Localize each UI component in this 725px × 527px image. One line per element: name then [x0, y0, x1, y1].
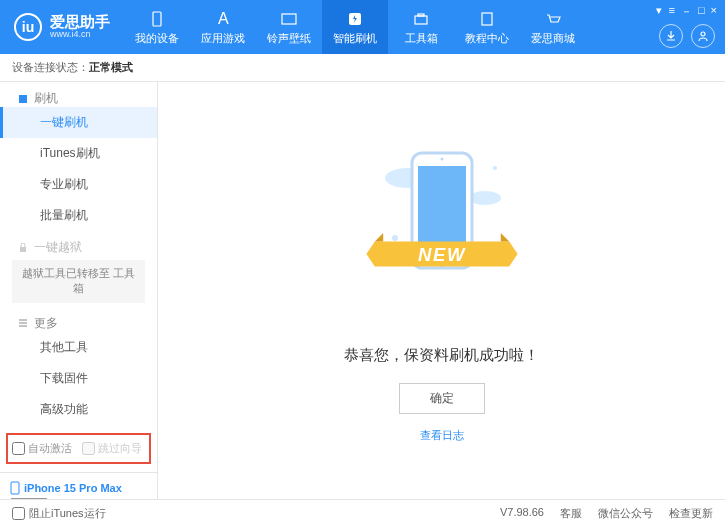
nav-my-device[interactable]: 我的设备: [124, 0, 190, 54]
user-button[interactable]: [691, 24, 715, 48]
block-itunes-checkbox[interactable]: 阻止iTunes运行: [12, 506, 106, 521]
jailbreak-note: 越狱工具已转移至 工具箱: [12, 260, 145, 303]
nav-tutorials[interactable]: 教程中心: [454, 0, 520, 54]
book-icon: [477, 9, 497, 29]
nav-smart-flash[interactable]: 智能刷机: [322, 0, 388, 54]
svg-rect-8: [19, 95, 27, 103]
window-controls: ▾ ≡ － □ ×: [656, 4, 717, 19]
logo: iu 爱思助手 www.i4.cn: [0, 13, 124, 41]
sidebar-item-onekey-flash[interactable]: 一键刷机: [0, 107, 157, 138]
svg-rect-9: [20, 247, 26, 252]
ribbon-text: NEW: [417, 244, 465, 265]
svg-point-18: [440, 158, 443, 161]
checkbox-auto-activate[interactable]: 自动激活: [12, 441, 72, 456]
maximize-icon[interactable]: □: [698, 4, 705, 19]
footer: 阻止iTunes运行 V7.98.66 客服 微信公众号 检查更新: [0, 499, 725, 527]
success-message: 恭喜您，保资料刷机成功啦！: [344, 346, 539, 365]
checkbox-skip-guide[interactable]: 跳过向导: [82, 441, 142, 456]
svg-text:A: A: [218, 10, 229, 27]
svg-rect-10: [11, 482, 19, 494]
phone-icon: [147, 9, 167, 29]
menu-icon[interactable]: ≡: [668, 4, 674, 19]
device-info: iPhone 15 Pro Max 512GB iPhone: [0, 472, 157, 499]
download-button[interactable]: [659, 24, 683, 48]
success-illustration: NEW: [342, 138, 542, 328]
version-label: V7.98.66: [500, 506, 544, 521]
image-icon: [279, 9, 299, 29]
app-url: www.i4.cn: [50, 30, 110, 40]
footer-link-support[interactable]: 客服: [560, 506, 582, 521]
device-name[interactable]: iPhone 15 Pro Max: [10, 481, 147, 495]
sidebar: 刷机 一键刷机 iTunes刷机 专业刷机 批量刷机 一键越狱 越狱工具已转移至…: [0, 82, 158, 499]
section-jailbreak: 一键越狱: [0, 231, 157, 256]
flash-section-icon: [18, 94, 28, 104]
footer-link-update[interactable]: 检查更新: [669, 506, 713, 521]
nav-ringtones[interactable]: 铃声壁纸: [256, 0, 322, 54]
app-icon: A: [213, 9, 233, 29]
flash-icon: [345, 9, 365, 29]
sidebar-item-download-firmware[interactable]: 下载固件: [0, 363, 157, 394]
svg-rect-2: [282, 14, 296, 24]
sidebar-item-advanced[interactable]: 高级功能: [0, 394, 157, 425]
close-icon[interactable]: ×: [711, 4, 717, 19]
main-content: NEW 恭喜您，保资料刷机成功啦！ 确定 查看日志: [158, 82, 725, 499]
ad-icon[interactable]: ▾: [656, 4, 662, 19]
app-header: iu 爱思助手 www.i4.cn 我的设备 A 应用游戏 铃声壁纸 智能刷机 …: [0, 0, 725, 54]
svg-rect-0: [153, 12, 161, 26]
device-storage: 512GB: [10, 498, 48, 499]
device-icon: [10, 481, 20, 495]
top-nav: 我的设备 A 应用游戏 铃声壁纸 智能刷机 工具箱 教程中心 爱思商城: [124, 0, 586, 54]
status-label: 设备连接状态：: [12, 60, 89, 75]
ok-button[interactable]: 确定: [399, 383, 485, 414]
nav-toolbox[interactable]: 工具箱: [388, 0, 454, 54]
app-title: 爱思助手: [50, 14, 110, 31]
logo-icon: iu: [14, 13, 42, 41]
sidebar-item-pro-flash[interactable]: 专业刷机: [0, 169, 157, 200]
section-flash: 刷机: [0, 82, 157, 107]
minimize-icon[interactable]: －: [681, 4, 692, 19]
svg-rect-4: [415, 16, 427, 24]
options-box: 自动激活 跳过向导: [6, 433, 151, 464]
sidebar-item-itunes-flash[interactable]: iTunes刷机: [0, 138, 157, 169]
lock-icon: [18, 243, 28, 253]
svg-point-7: [701, 32, 705, 36]
status-value: 正常模式: [89, 60, 133, 75]
svg-rect-6: [482, 13, 492, 25]
status-bar: 设备连接状态： 正常模式: [0, 54, 725, 82]
sidebar-item-batch-flash[interactable]: 批量刷机: [0, 200, 157, 231]
svg-rect-5: [418, 14, 424, 16]
view-log-link[interactable]: 查看日志: [420, 428, 464, 443]
svg-point-12: [469, 191, 501, 205]
nav-store[interactable]: 爱思商城: [520, 0, 586, 54]
svg-point-14: [493, 166, 497, 170]
footer-link-wechat[interactable]: 微信公众号: [598, 506, 653, 521]
more-icon: [18, 318, 28, 328]
toolbox-icon: [411, 9, 431, 29]
nav-apps[interactable]: A 应用游戏: [190, 0, 256, 54]
sidebar-item-other-tools[interactable]: 其他工具: [0, 332, 157, 363]
cart-icon: [543, 9, 563, 29]
user-icon: [697, 30, 709, 42]
section-more: 更多: [0, 307, 157, 332]
download-icon: [665, 30, 677, 42]
